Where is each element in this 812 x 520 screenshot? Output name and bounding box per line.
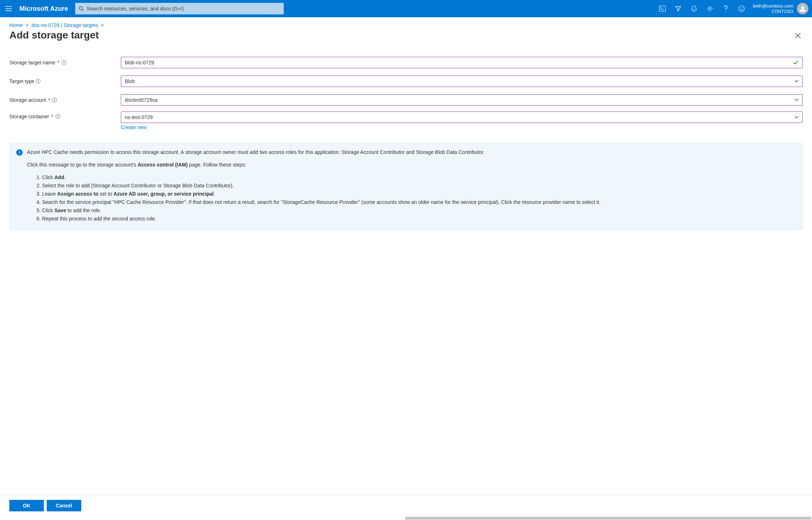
row-storage-container: Storage container * ns-test-0729 Create … — [9, 111, 803, 130]
info-icon[interactable] — [52, 97, 57, 102]
svg-point-10 — [64, 61, 64, 62]
directories-filter-button[interactable] — [670, 0, 686, 17]
breadcrumb-sep-2: > — [101, 22, 104, 28]
valid-check-icon — [793, 60, 799, 65]
row-storage-target-name: Storage target name * — [9, 55, 803, 70]
svg-point-13 — [38, 80, 38, 81]
gear-icon — [707, 5, 713, 12]
horizontal-scrollbar-thumb[interactable] — [405, 517, 811, 520]
avatar-icon — [799, 5, 807, 13]
cloud-shell-button[interactable] — [654, 0, 670, 17]
row-storage-account: Storage account * doctest0729sa — [9, 93, 803, 107]
settings-button[interactable] — [702, 0, 718, 17]
breadcrumb-sep-1: > — [26, 22, 28, 28]
avatar[interactable] — [797, 3, 808, 14]
breadcrumb-item-2[interactable]: doc-ns-0729 | Storage targets — [32, 22, 98, 28]
required-marker: * — [51, 114, 54, 119]
storage-container-select[interactable]: ns-test-0729 — [121, 111, 803, 123]
info-step-5: Click Save to add the role. — [42, 207, 796, 214]
required-marker: * — [47, 97, 51, 103]
svg-rect-2 — [659, 6, 665, 12]
hamburger-menu-button[interactable] — [0, 0, 17, 17]
chevron-down-icon — [794, 98, 799, 102]
close-button[interactable] — [793, 31, 803, 40]
help-button[interactable] — [718, 0, 734, 17]
footer: OK Cancel — [0, 494, 812, 516]
svg-rect-17 — [55, 100, 55, 101]
target-type-value: Blob — [125, 78, 135, 84]
form-area: Storage target name * Target type Blob — [0, 41, 812, 130]
top-icons — [654, 0, 749, 17]
ok-button[interactable]: OK — [9, 500, 44, 511]
hamburger-icon — [5, 6, 12, 11]
account-email: beth@contoso.com — [753, 3, 793, 9]
svg-point-8 — [801, 6, 804, 9]
info-icon[interactable] — [36, 79, 41, 84]
label-target-type: Target type — [9, 78, 34, 84]
label-storage-target-name: Storage target name — [9, 60, 55, 65]
info-p1: Azure HPC Cache needs permission to acce… — [27, 149, 796, 156]
brand[interactable]: Microsoft Azure — [17, 5, 75, 13]
svg-rect-11 — [64, 62, 64, 64]
page-title: Add storage target — [9, 29, 99, 41]
close-icon — [795, 32, 801, 39]
notifications-button[interactable] — [686, 0, 702, 17]
breadcrumb-home[interactable]: Home — [9, 22, 23, 28]
svg-point-7 — [742, 8, 743, 8]
info-badge-icon: i — [16, 149, 23, 156]
info-icon[interactable] — [55, 114, 60, 119]
horizontal-scrollbar-track[interactable] — [0, 516, 812, 520]
svg-rect-14 — [38, 81, 38, 83]
info-step-4: Search for the service principal "HPC Ca… — [42, 199, 796, 206]
info-steps: Click Add. Select the role to add (Stora… — [35, 174, 796, 223]
target-type-select[interactable]: Blob — [121, 76, 803, 87]
storage-account-value: doctest0729sa — [125, 97, 158, 103]
storage-target-name-input[interactable] — [125, 60, 793, 65]
svg-point-19 — [58, 115, 58, 116]
page-header: Add storage target — [0, 28, 812, 41]
permission-info-block[interactable]: i Azure HPC Cache needs permission to ac… — [9, 143, 803, 230]
svg-point-0 — [79, 6, 83, 10]
svg-point-4 — [725, 11, 726, 12]
breadcrumb: Home > doc-ns-0729 | Storage targets > — [0, 17, 812, 28]
filter-icon — [675, 5, 681, 12]
chevron-down-icon — [794, 115, 799, 119]
account-info[interactable]: beth@contoso.com CONTOSO — [749, 3, 795, 14]
info-icon[interactable] — [61, 60, 67, 65]
search-icon — [79, 6, 84, 11]
storage-account-select[interactable]: doctest0729sa — [121, 94, 803, 106]
help-icon — [724, 5, 728, 12]
svg-rect-20 — [58, 116, 58, 118]
info-step-6: Repeat this process to add the second ac… — [42, 215, 796, 223]
label-storage-container: Storage container — [9, 114, 49, 119]
global-search[interactable] — [75, 3, 284, 14]
chevron-down-icon — [794, 79, 799, 83]
account-org: CONTOSO — [772, 9, 793, 14]
svg-point-5 — [739, 6, 744, 12]
label-storage-account: Storage account — [9, 97, 46, 103]
row-target-type: Target type Blob — [9, 74, 803, 88]
bell-icon — [691, 5, 697, 12]
search-input[interactable] — [84, 6, 280, 12]
storage-container-value: ns-test-0729 — [125, 114, 153, 120]
svg-point-3 — [709, 8, 711, 10]
svg-line-1 — [82, 9, 84, 11]
storage-target-name-input-wrap — [121, 57, 803, 68]
info-step-3: Leave Assign access to set to Azure AD u… — [42, 190, 796, 198]
cancel-button[interactable]: Cancel — [47, 500, 81, 511]
cloud-shell-icon — [659, 6, 666, 12]
top-bar: Microsoft Azure beth@contoso.com CONTOSO — [0, 0, 812, 17]
info-step-1: Click Add. — [42, 174, 796, 181]
info-p2: Click this message to go to the storage … — [27, 161, 796, 169]
feedback-button[interactable] — [734, 0, 749, 17]
create-new-link[interactable]: Create new — [121, 123, 147, 130]
feedback-smiley-icon — [738, 5, 745, 12]
required-marker: * — [57, 60, 60, 65]
info-step-2: Select the role to add (Storage Account … — [42, 182, 796, 190]
search-wrap — [75, 3, 284, 14]
svg-point-6 — [740, 8, 741, 8]
svg-point-16 — [55, 99, 55, 99]
